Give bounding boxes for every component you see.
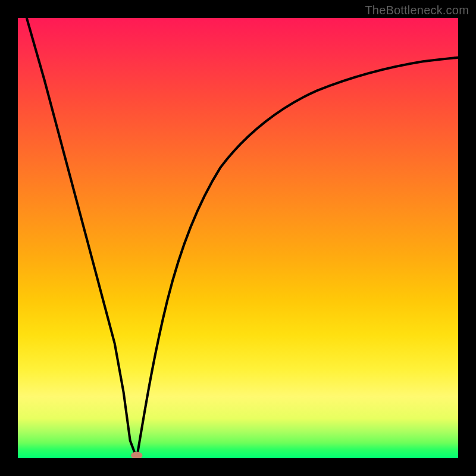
- chart-frame: TheBottleneck.com: [0, 0, 476, 476]
- curve-right-branch: [137, 58, 458, 458]
- watermark-text: TheBottleneck.com: [365, 4, 469, 17]
- min-marker: [131, 452, 142, 458]
- curve-left-branch: [27, 18, 137, 458]
- plot-area: [18, 18, 458, 458]
- bottleneck-curve: [18, 18, 458, 458]
